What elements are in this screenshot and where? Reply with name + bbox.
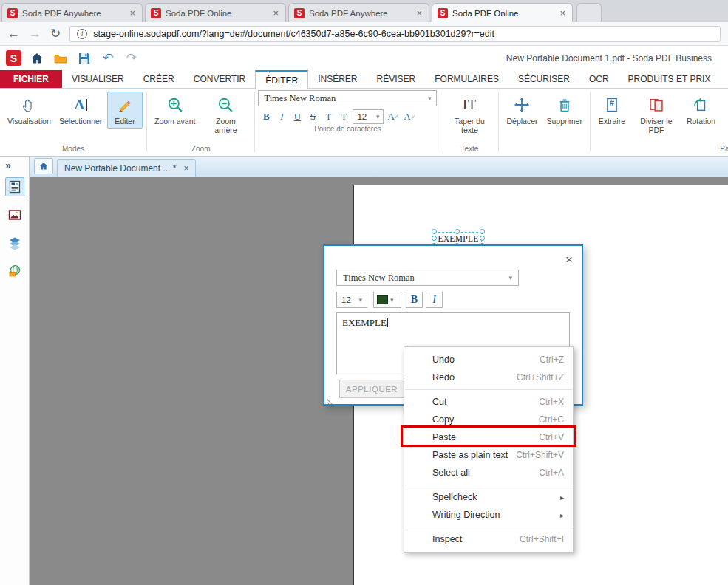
- info-icon[interactable]: i: [77, 29, 87, 39]
- italic-button[interactable]: I: [275, 109, 288, 124]
- expand-panel-icon[interactable]: »: [5, 160, 11, 171]
- menu-item-redo[interactable]: Redo Ctrl+Shift+Z: [404, 369, 573, 386]
- open-folder-icon[interactable]: [52, 50, 69, 66]
- tab-close-icon[interactable]: ×: [558, 7, 567, 18]
- images-panel-icon[interactable]: [5, 205, 24, 225]
- url-text: stage-online.sodapdf.com/?lang=de#/docum…: [93, 29, 494, 39]
- selection-handle[interactable]: [480, 229, 485, 234]
- delete-button[interactable]: Supprimer: [542, 92, 585, 129]
- superscript-button[interactable]: T: [322, 109, 335, 124]
- menu-produits[interactable]: PRODUITS ET PRIX: [619, 70, 721, 88]
- menu-securiser[interactable]: SÉCURISER: [508, 70, 579, 88]
- selection-handle[interactable]: [455, 229, 460, 234]
- menu-editer[interactable]: ÉDITER: [255, 70, 308, 89]
- menu-separator: [405, 389, 572, 390]
- browser-tab-strip: S Soda PDF Anywhere × S Soda PDF Online …: [0, 0, 728, 22]
- browser-tab-3[interactable]: S Soda PDF Anywhere ×: [288, 3, 429, 22]
- browser-tab-2[interactable]: S Soda PDF Online ×: [145, 3, 286, 22]
- menu-item-spellcheck[interactable]: Spellcheck ▸: [404, 488, 573, 506]
- undo-icon[interactable]: ↶: [100, 50, 116, 66]
- split-pdf-button[interactable]: Diviser le PDF: [631, 92, 681, 137]
- redo-icon[interactable]: ↷: [123, 50, 140, 66]
- menu-item-undo[interactable]: Undo Ctrl+Z: [404, 351, 573, 369]
- bold-button[interactable]: B: [259, 109, 273, 124]
- browser-tab-4-active[interactable]: S Soda PDF Online ×: [432, 3, 573, 22]
- strikethrough-button[interactable]: S: [306, 109, 319, 124]
- menu-creer[interactable]: CRÉER: [134, 70, 184, 88]
- forward-icon[interactable]: →: [29, 27, 41, 40]
- resize-handle[interactable]: [327, 394, 335, 402]
- subscript-button[interactable]: T: [337, 109, 350, 124]
- dialog-italic-button[interactable]: I: [426, 292, 443, 308]
- thumbnails-panel-icon[interactable]: [5, 177, 24, 196]
- selection-handle[interactable]: [480, 236, 485, 241]
- font-size-select[interactable]: 12 ▾: [353, 109, 384, 124]
- dialog-size-select[interactable]: 12 ▾: [336, 292, 367, 308]
- menu-item-writing-direction[interactable]: Writing Direction ▸: [404, 506, 573, 524]
- move-button[interactable]: Déplacer: [503, 92, 541, 129]
- ribbon-group-zoom: Zoom avant Zoom arrière Zoom: [147, 89, 254, 156]
- dialog-color-picker[interactable]: ▾: [373, 292, 401, 308]
- menu-ocr[interactable]: OCR: [579, 70, 619, 88]
- back-icon[interactable]: ←: [7, 27, 20, 40]
- selected-text-object[interactable]: EXEMPLE: [435, 232, 482, 245]
- extract-button[interactable]: # Extraire: [594, 92, 630, 129]
- menu-item-inspect[interactable]: Inspect Ctrl+Shift+I: [404, 530, 573, 548]
- refresh-icon[interactable]: ↻: [50, 27, 61, 40]
- type-text-button[interactable]: IT Taper du texte: [444, 92, 494, 137]
- underline-button[interactable]: U: [290, 109, 304, 124]
- menu-reviser[interactable]: RÉVISER: [367, 70, 426, 88]
- tab-close-icon[interactable]: ×: [128, 7, 137, 18]
- edit-button[interactable]: Éditer: [107, 92, 143, 129]
- url-bar[interactable]: i stage-online.sodapdf.com/?lang=de#/doc…: [69, 26, 721, 42]
- button-label: Extraire: [599, 117, 625, 126]
- close-icon[interactable]: ×: [565, 253, 573, 266]
- selection-handle[interactable]: [432, 229, 437, 234]
- menu-inserer[interactable]: INSÉRER: [308, 70, 367, 88]
- tab-close-icon[interactable]: ×: [415, 7, 423, 18]
- save-icon[interactable]: [76, 50, 92, 66]
- menu-formulaires[interactable]: FORMULAIRES: [425, 70, 508, 88]
- rotation-button[interactable]: Rotation: [683, 92, 719, 129]
- submenu-arrow-icon: ▸: [560, 511, 564, 519]
- menu-item-paste[interactable]: Paste Ctrl+V: [404, 428, 573, 446]
- font-family-select[interactable]: Times New Roman ▾: [258, 90, 437, 106]
- menu-aide[interactable]: AIDE: [720, 70, 728, 88]
- visualisation-button[interactable]: Visualisation: [4, 92, 54, 129]
- menu-convertir[interactable]: CONVERTIR: [184, 70, 255, 88]
- menu-visualiser[interactable]: VISUALISER: [62, 70, 134, 88]
- web-panel-icon[interactable]: [5, 261, 24, 281]
- ribbon-group-edit-tools: Déplacer Supprimer: [499, 89, 589, 156]
- menu-fichier[interactable]: FICHIER: [0, 70, 62, 88]
- tab-close-icon[interactable]: ×: [271, 7, 280, 18]
- new-tab-stub[interactable]: [576, 3, 602, 22]
- dialog-font-value: Times New Roman: [343, 273, 415, 284]
- home-tab-button[interactable]: [34, 158, 53, 174]
- background-button[interactable]: Fond: [721, 92, 728, 129]
- split-pages-icon: [647, 95, 666, 114]
- zoom-out-icon: [216, 95, 235, 114]
- layers-panel-icon[interactable]: [5, 233, 24, 253]
- menu-separator: [405, 527, 572, 527]
- decrease-font-button[interactable]: A˅: [402, 109, 416, 124]
- menu-item-copy[interactable]: Copy Ctrl+C: [404, 411, 573, 428]
- zoom-in-button[interactable]: Zoom avant: [151, 92, 199, 129]
- select-button[interactable]: A Sélectionner: [55, 92, 106, 129]
- menu-item-cut[interactable]: Cut Ctrl+X: [404, 393, 573, 411]
- menu-item-select-all[interactable]: Select all Ctrl+A: [404, 464, 573, 482]
- dialog-font-select[interactable]: Times New Roman ▾: [336, 270, 519, 286]
- zoom-out-button[interactable]: Zoom arrière: [200, 92, 251, 137]
- menu-item-paste-plain[interactable]: Paste as plain text Ctrl+Shift+V: [404, 446, 573, 464]
- document-tab[interactable]: New Portable Document ... * ×: [57, 159, 196, 177]
- increase-font-button[interactable]: A˄: [386, 109, 400, 124]
- tab-close-icon[interactable]: ×: [183, 163, 188, 174]
- tab-title: Soda PDF Anywhere: [309, 9, 410, 18]
- pencil-icon: [115, 95, 135, 114]
- browser-tab-1[interactable]: S Soda PDF Anywhere ×: [1, 3, 143, 22]
- group-label-empty: [499, 144, 589, 156]
- chevron-down-icon: ▾: [358, 296, 362, 304]
- dialog-bold-button[interactable]: B: [406, 292, 423, 308]
- home-icon[interactable]: [29, 50, 45, 66]
- selection-handle[interactable]: [432, 236, 437, 241]
- apply-button[interactable]: APPLIQUER: [339, 380, 404, 398]
